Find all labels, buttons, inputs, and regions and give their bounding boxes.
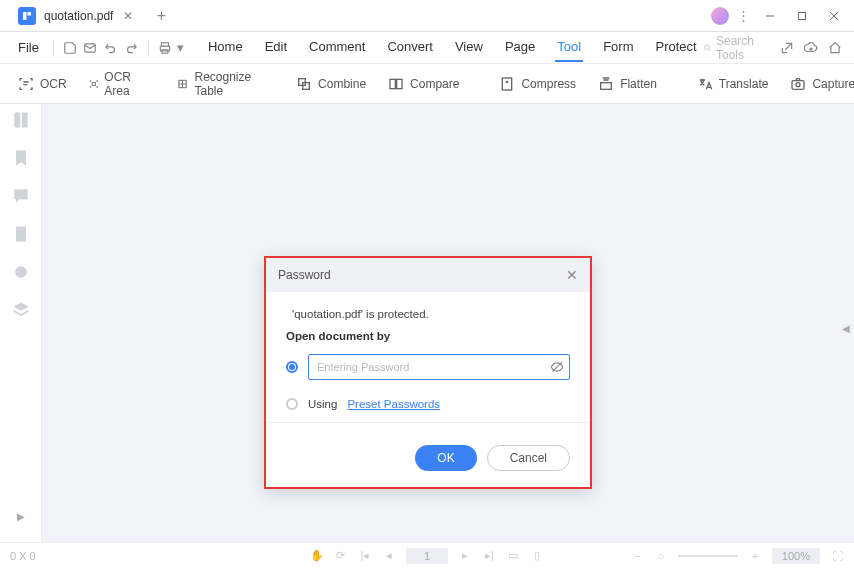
ok-button[interactable]: OK bbox=[415, 445, 476, 471]
menu-convert[interactable]: Convert bbox=[385, 33, 435, 62]
avatar[interactable] bbox=[711, 7, 729, 25]
last-page-icon[interactable]: ▸| bbox=[482, 549, 496, 563]
svg-point-23 bbox=[796, 82, 800, 86]
share-icon[interactable] bbox=[780, 39, 794, 57]
svg-rect-19 bbox=[397, 79, 402, 88]
menubar: File ▾ Home Edit Comment Convert View Pa… bbox=[0, 32, 854, 64]
combine-button[interactable]: Combine bbox=[290, 72, 372, 96]
print-icon[interactable] bbox=[156, 38, 172, 58]
menu-tool[interactable]: Tool bbox=[555, 33, 583, 62]
home-icon[interactable] bbox=[828, 39, 842, 57]
enter-password-radio[interactable] bbox=[286, 361, 298, 373]
comments-icon[interactable] bbox=[11, 186, 31, 206]
ocr-label: OCR bbox=[40, 77, 67, 91]
svg-rect-29 bbox=[21, 113, 27, 128]
layers-icon[interactable] bbox=[11, 300, 31, 320]
svg-line-11 bbox=[708, 49, 710, 51]
menu-page[interactable]: Page bbox=[503, 33, 537, 62]
zoom-slider[interactable] bbox=[678, 555, 738, 557]
dialog-title: Password bbox=[278, 268, 331, 282]
redo-icon[interactable] bbox=[123, 38, 139, 58]
preset-password-radio[interactable] bbox=[286, 398, 298, 410]
menu-home[interactable]: Home bbox=[206, 33, 245, 62]
svg-rect-20 bbox=[503, 78, 512, 90]
tab-close-icon[interactable]: ✕ bbox=[121, 9, 135, 23]
compress-button[interactable]: Compress bbox=[493, 72, 582, 96]
file-menu[interactable]: File bbox=[12, 40, 45, 55]
flatten-button[interactable]: Flatten bbox=[592, 72, 663, 96]
toggle-visibility-icon[interactable] bbox=[550, 360, 564, 374]
fields-icon[interactable] bbox=[11, 262, 31, 282]
zoom-out-icon[interactable]: − bbox=[630, 549, 644, 563]
cancel-button[interactable]: Cancel bbox=[487, 445, 570, 471]
menu-comment[interactable]: Comment bbox=[307, 33, 367, 62]
left-panel: ▶ bbox=[0, 104, 42, 542]
zoom-in-icon[interactable]: + bbox=[748, 549, 762, 563]
using-label: Using bbox=[308, 398, 337, 410]
svg-point-31 bbox=[15, 266, 27, 278]
menu-view[interactable]: View bbox=[453, 33, 485, 62]
svg-rect-18 bbox=[390, 79, 395, 88]
titlebar: quotation.pdf ✕ + ⋮ bbox=[0, 0, 854, 32]
minimize-button[interactable] bbox=[758, 4, 782, 28]
next-page-icon[interactable]: ▸ bbox=[458, 549, 472, 563]
rotate-icon[interactable]: ⟳ bbox=[334, 549, 348, 563]
app-icon bbox=[18, 7, 36, 25]
search-tools[interactable]: Search Tools bbox=[703, 34, 770, 62]
separator bbox=[148, 40, 149, 56]
document-tab[interactable]: quotation.pdf ✕ bbox=[8, 2, 145, 30]
svg-rect-12 bbox=[92, 82, 95, 85]
document-area: ▶ ◀ Password ✕ 'quotation.pdf' is protec… bbox=[0, 104, 854, 542]
svg-rect-21 bbox=[601, 82, 612, 89]
svg-rect-0 bbox=[23, 12, 27, 20]
page-number[interactable]: 1 bbox=[406, 548, 448, 564]
zoom-reset-icon[interactable]: ○ bbox=[654, 549, 668, 563]
menu-protect[interactable]: Protect bbox=[653, 33, 698, 62]
translate-button[interactable]: Translate bbox=[691, 72, 775, 96]
close-button[interactable] bbox=[822, 4, 846, 28]
attachments-icon[interactable] bbox=[11, 224, 31, 244]
fullscreen-icon[interactable]: ⛶ bbox=[830, 549, 844, 563]
combine-label: Combine bbox=[318, 77, 366, 91]
compress-label: Compress bbox=[521, 77, 576, 91]
more-icon[interactable]: ⋮ bbox=[737, 8, 750, 23]
undo-icon[interactable] bbox=[103, 38, 119, 58]
svg-rect-1 bbox=[28, 12, 32, 16]
bookmarks-icon[interactable] bbox=[11, 148, 31, 168]
first-page-icon[interactable]: |◂ bbox=[358, 549, 372, 563]
ocr-button[interactable]: OCR bbox=[12, 72, 73, 96]
maximize-button[interactable] bbox=[790, 4, 814, 28]
protected-message: 'quotation.pdf' is protected. bbox=[292, 308, 570, 320]
compare-button[interactable]: Compare bbox=[382, 72, 465, 96]
save-icon[interactable] bbox=[62, 38, 78, 58]
expand-right-icon[interactable]: ◀ bbox=[842, 323, 850, 334]
dialog-close-icon[interactable]: ✕ bbox=[566, 267, 578, 283]
fit-page-icon[interactable]: ▯ bbox=[530, 549, 544, 563]
zoom-level[interactable]: 100% bbox=[772, 548, 820, 564]
statusbar: 0 X 0 ✋ ⟳ |◂ ◂ 1 ▸ ▸| ▭ ▯ − ○ + 100% ⛶ bbox=[0, 542, 854, 568]
svg-rect-22 bbox=[792, 80, 804, 89]
expand-left-icon[interactable]: ▶ bbox=[17, 511, 25, 522]
hand-icon[interactable]: ✋ bbox=[310, 549, 324, 563]
open-document-by-label: Open document by bbox=[286, 330, 570, 342]
fit-width-icon[interactable]: ▭ bbox=[506, 549, 520, 563]
mail-icon[interactable] bbox=[82, 38, 98, 58]
thumbnails-icon[interactable] bbox=[11, 110, 31, 130]
new-tab-button[interactable]: + bbox=[151, 7, 171, 25]
cloud-icon[interactable] bbox=[804, 39, 818, 57]
flatten-label: Flatten bbox=[620, 77, 657, 91]
prev-page-icon[interactable]: ◂ bbox=[382, 549, 396, 563]
coordinates: 0 X 0 bbox=[10, 550, 36, 562]
capture-button[interactable]: Capture bbox=[784, 72, 854, 96]
menu-form[interactable]: Form bbox=[601, 33, 635, 62]
svg-rect-30 bbox=[16, 227, 26, 242]
svg-rect-28 bbox=[14, 113, 20, 128]
password-input[interactable] bbox=[308, 354, 570, 380]
menu-edit[interactable]: Edit bbox=[263, 33, 289, 62]
recognize-table-button[interactable]: Recognize Table bbox=[171, 66, 262, 102]
search-tools-label: Search Tools bbox=[716, 34, 770, 62]
ocr-area-button[interactable]: OCR Area bbox=[83, 66, 144, 102]
print-dropdown-icon[interactable]: ▾ bbox=[177, 38, 184, 58]
translate-label: Translate bbox=[719, 77, 769, 91]
preset-passwords-link[interactable]: Preset Passwords bbox=[347, 398, 440, 410]
